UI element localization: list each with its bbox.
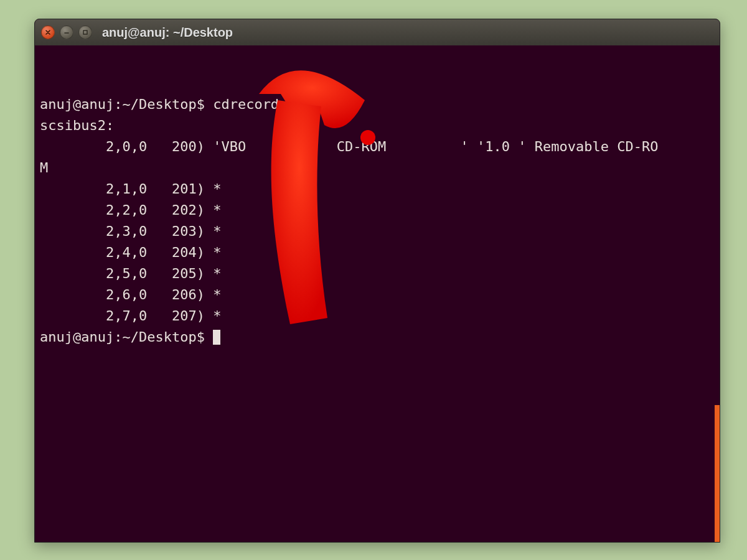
scrollbar-indicator (715, 405, 720, 543)
cursor (213, 330, 220, 345)
terminal-output: anuj@anuj:~/Desktop$ cdrecord -scanbus s… (40, 94, 715, 348)
output-line: 2,1,0 201) * (40, 181, 221, 197)
output-line: 2,5,0 205) * (40, 266, 221, 281)
svg-rect-0 (83, 30, 87, 34)
output-line: 2,6,0 206) * (40, 287, 221, 302)
output-line: 2,4,0 204) * (40, 245, 221, 260)
terminal-body[interactable]: anuj@anuj:~/Desktop$ cdrecord -scanbus s… (35, 45, 720, 542)
prompt: anuj@anuj:~/Desktop$ (40, 329, 213, 345)
output-line: 2,0,0 200) 'VBO (40, 139, 246, 154)
close-icon[interactable] (41, 26, 55, 39)
prompt: anuj@anuj:~/Desktop$ (40, 96, 213, 112)
maximize-icon[interactable] (78, 26, 92, 39)
output-line: 2,7,0 207) * (40, 308, 221, 324)
command-text: cdrecord -scanbus (213, 96, 353, 112)
minimize-icon[interactable] (60, 26, 73, 39)
output-line: scsibus2: (40, 118, 114, 133)
output-line: 2,2,0 202) * (40, 202, 221, 218)
terminal-window: anuj@anuj: ~/Desktop anuj@anuj:~/Desktop… (34, 19, 720, 543)
output-line: M (40, 160, 48, 175)
titlebar[interactable]: anuj@anuj: ~/Desktop (35, 19, 720, 45)
window-title: anuj@anuj: ~/Desktop (102, 26, 233, 40)
output-line: 2,3,0 203) * (40, 223, 221, 239)
output-line: CD-ROM ' '1.0 ' Removable CD-RO (337, 139, 659, 154)
